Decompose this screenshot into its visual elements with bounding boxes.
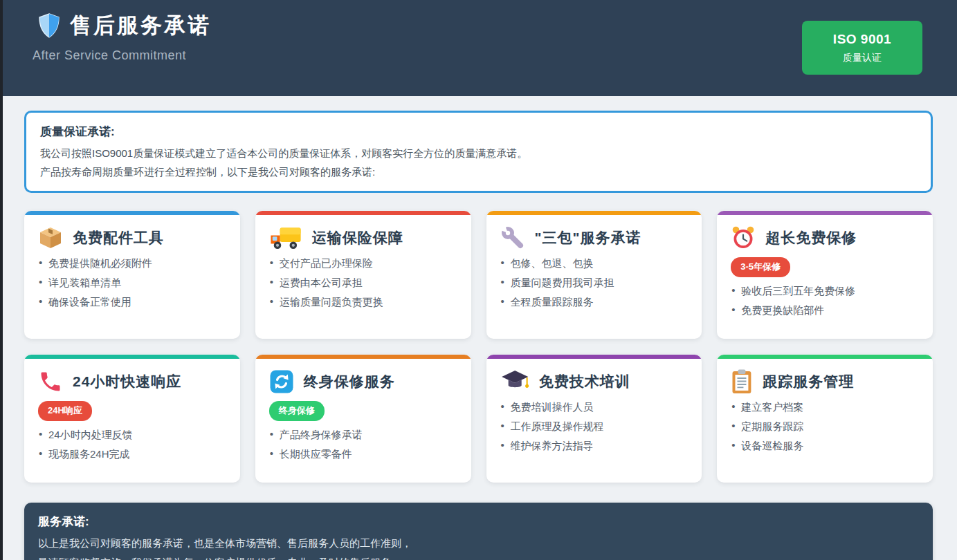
quality-box-line1: 我公司按照ISO9001质量保证模式建立了适合本公司的质量保证体系，对顾客实行全… (40, 144, 917, 162)
card-badge: 3-5年保修 (731, 257, 790, 277)
alarm-clock-icon (731, 225, 756, 250)
card-title: 跟踪服务管理 (763, 372, 854, 391)
card-list-item: 运费由本公司承担 (269, 277, 457, 290)
card-list-item: 详见装箱单清单 (38, 277, 226, 290)
card-list-item: 建立客户档案 (731, 401, 919, 414)
phone-icon (38, 369, 63, 394)
package-icon (38, 225, 63, 250)
iso-certification-badge: ISO 9001 质量认证 (802, 21, 922, 75)
card-list-item: 免费提供随机必须附件 (38, 257, 226, 270)
card-list-item: 全程质量跟踪服务 (500, 296, 689, 309)
main-content: 质量保证承诺: 我公司按照ISO9001质量保证模式建立了适合本公司的质量保证体… (0, 111, 957, 560)
card-list-item: 包修、包退、包换 (500, 257, 689, 270)
card-list-item: 质量问题费用我司承担 (500, 277, 689, 290)
card-list-item: 交付产品已办理保险 (269, 257, 457, 270)
card-list: 交付产品已办理保险运费由本公司承担运输质量问题负责更换 (269, 257, 457, 309)
page-title: 售后服务承诺 (70, 11, 211, 40)
service-card: 跟踪服务管理 建立客户档案定期服务跟踪设备巡检服务 (717, 355, 933, 483)
card-list: 产品终身保修承诺长期供应零备件 (269, 429, 457, 461)
service-card: 运输保险保障 交付产品已办理保险运费由本公司承担运输质量问题负责更换 (255, 211, 471, 339)
graduation-cap-icon (500, 369, 529, 394)
card-badge: 终身保修 (269, 401, 325, 421)
service-card: 免费技术培训 免费培训操作人员工作原理及操作规程维护保养方法指导 (486, 355, 702, 483)
service-commitment-footer: 服务承诺: 以上是我公司对顾客的服务承诺，也是全体市场营销、售后服务人员的工作准… (24, 503, 933, 560)
page-subtitle: After Service Commitment (33, 48, 211, 63)
card-list-item: 免费更换缺陷部件 (731, 304, 919, 317)
window-edge-strip (0, 0, 3, 560)
footer-title: 服务承诺: (38, 514, 919, 530)
quality-box-line2: 产品按寿命周期质量环进行全过程控制，以下是我公司对顾客的服务承诺: (40, 162, 917, 181)
card-badge: 24H响应 (38, 401, 92, 421)
card-list-item: 免费培训操作人员 (500, 401, 689, 414)
card-list: 建立客户档案定期服务跟踪设备巡检服务 (731, 401, 919, 453)
truck-icon (269, 225, 302, 250)
card-list-item: 设备巡检服务 (731, 440, 919, 453)
card-list-item: 24小时内处理反馈 (38, 429, 226, 442)
service-card: 24小时快速响应 24H响应 24小时内处理反馈现场服务24H完成 (24, 355, 240, 483)
card-list-item: 定期服务跟踪 (731, 420, 919, 433)
card-title: "三包"服务承诺 (535, 228, 641, 248)
card-title: 终身保修服务 (304, 372, 395, 391)
card-title: 24小时快速响应 (73, 372, 181, 391)
iso-badge-title: ISO 9001 (833, 32, 891, 47)
service-card: 免费配件工具 免费提供随机必须附件详见装箱单清单确保设备正常使用 (24, 211, 240, 339)
service-card: 超长免费保修 3-5年保修 验收后三到五年免费保修免费更换缺陷部件 (717, 211, 933, 339)
cards-grid: 免费配件工具 免费提供随机必须附件详见装箱单清单确保设备正常使用 运输保险保障 … (24, 211, 933, 483)
shield-icon (38, 13, 60, 38)
card-title: 免费配件工具 (73, 228, 164, 248)
card-list-item: 产品终身保修承诺 (269, 429, 457, 442)
card-list-item: 确保设备正常使用 (38, 296, 226, 309)
footer-line1: 以上是我公司对顾客的服务承诺，也是全体市场营销、售后服务人员的工作准则， (38, 534, 919, 553)
card-title: 超长免费保修 (765, 228, 857, 248)
refresh-icon (269, 369, 294, 394)
card-list: 24小时内处理反馈现场服务24H完成 (38, 429, 226, 461)
card-list-item: 工作原理及操作规程 (500, 420, 689, 433)
card-list: 免费提供随机必须附件详见装箱单清单确保设备正常使用 (38, 257, 226, 309)
card-list-item: 验收后三到五年免费保修 (731, 285, 919, 298)
wrench-icon (500, 225, 525, 250)
card-list-item: 长期供应零备件 (269, 448, 457, 461)
quality-commitment-box: 质量保证承诺: 我公司按照ISO9001质量保证模式建立了适合本公司的质量保证体… (24, 111, 933, 193)
clipboard-icon (731, 369, 753, 394)
card-title: 运输保险保障 (312, 228, 403, 248)
header-left: 售后服务承诺 After Service Commitment (33, 11, 211, 63)
app-header: 售后服务承诺 After Service Commitment ISO 9001… (0, 0, 957, 96)
service-card: "三包"服务承诺 包修、包退、包换质量问题费用我司承担全程质量跟踪服务 (486, 211, 702, 339)
iso-badge-subtitle: 质量认证 (843, 52, 882, 64)
card-list: 验收后三到五年免费保修免费更换缺陷部件 (731, 285, 919, 317)
quality-box-title: 质量保证承诺: (40, 124, 917, 140)
card-list-item: 现场服务24H完成 (38, 448, 226, 461)
card-list: 免费培训操作人员工作原理及操作规程维护保养方法指导 (500, 401, 689, 453)
service-card: 终身保修服务 终身保修 产品终身保修承诺长期供应零备件 (255, 355, 471, 483)
card-title: 免费技术培训 (539, 372, 630, 391)
card-list: 包修、包退、包换质量问题费用我司承担全程质量跟踪服务 (500, 257, 689, 309)
card-list-item: 运输质量问题负责更换 (269, 296, 457, 309)
footer-line2: 恳请顾客监督实施。我们承诺为每一位客户提供优质、专业、及时的售后服务。 (38, 553, 919, 560)
card-list-item: 维护保养方法指导 (500, 440, 689, 453)
